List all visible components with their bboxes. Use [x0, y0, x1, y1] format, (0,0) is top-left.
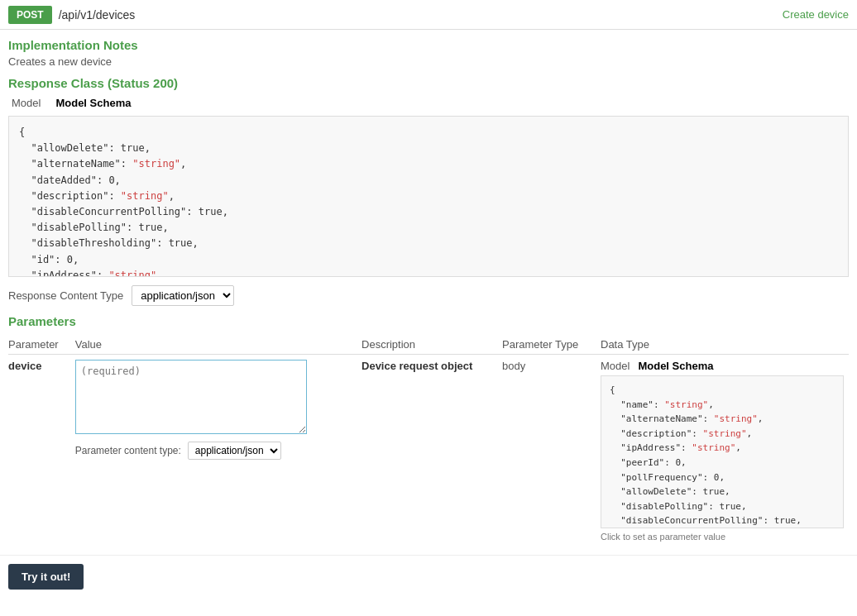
schema-line: "description": "string", [610, 427, 835, 442]
json-line-open: { [19, 125, 838, 141]
param-data-type-cell: Model Model Schema { "name": "string", "… [601, 355, 849, 547]
implementation-notes-title: Implementation Notes [8, 38, 849, 52]
schema-line: "disableConcurrentPolling": true, [610, 513, 835, 528]
json-line: "dateAdded": 0, [19, 173, 838, 189]
endpoint-path: /api/v1/devices [59, 8, 136, 21]
param-value-textarea[interactable] [75, 360, 307, 434]
implementation-notes-description: Creates a new device [8, 55, 849, 68]
method-badge: POST [8, 6, 52, 24]
schema-line: "disablePolling": true, [610, 499, 835, 514]
param-name: device [8, 355, 75, 547]
col-parameter: Parameter [8, 335, 75, 355]
param-content-type-label: Parameter content type: [75, 445, 181, 456]
create-device-link[interactable]: Create device [783, 8, 849, 21]
tab-model-schema[interactable]: Model Schema [52, 95, 134, 111]
param-value-cell: Parameter content type: application/json… [75, 355, 361, 547]
tab-data-schema[interactable]: Model Schema [638, 360, 713, 372]
click-hint: Click to set as parameter value [601, 532, 844, 542]
header-bar: POST /api/v1/devices Create device [0, 0, 857, 30]
parameters-table: Parameter Value Description Parameter Ty… [8, 335, 849, 547]
json-line: "disablePolling": true, [19, 220, 838, 236]
json-line: "description": "string", [19, 189, 838, 204]
json-line: "alternateName": "string", [19, 156, 838, 172]
schema-line-open: { [610, 383, 835, 398]
try-it-out-button[interactable]: Try it out! [8, 564, 84, 590]
param-content-type-row: Parameter content type: application/json… [75, 442, 357, 460]
param-description: Device request object [361, 355, 502, 547]
schema-block[interactable]: { "name": "string", "alternateName": "st… [601, 375, 844, 528]
param-content-type-select[interactable]: application/json application/xml [188, 442, 281, 460]
json-line: "disableThresholding": true, [19, 236, 838, 251]
json-line: "allowDelete": true, [19, 141, 838, 156]
content-type-select[interactable]: application/json application/xml text/pl… [132, 285, 234, 306]
footer-bar: Try it out! [0, 555, 857, 598]
col-value: Value [75, 335, 361, 355]
col-param-type: Parameter Type [502, 335, 601, 355]
params-table-header: Parameter Value Description Parameter Ty… [8, 335, 849, 355]
json-line: "disableConcurrentPolling": true, [19, 204, 838, 220]
json-line: "id": 0, [19, 252, 838, 268]
tab-data-model[interactable]: Model [601, 360, 630, 372]
response-class-title: Response Class (Status 200) [8, 76, 849, 90]
response-class-section: Response Class (Status 200) Model Model … [8, 76, 849, 277]
main-content: Implementation Notes Creates a new devic… [0, 30, 857, 555]
table-row: device Parameter content type: applicati… [8, 355, 849, 547]
json-line: "ipAddress": "string", [19, 268, 838, 277]
tab-model[interactable]: Model [8, 95, 44, 111]
content-type-row: Response Content Type application/json a… [8, 285, 849, 306]
schema-line: "allowDelete": true, [610, 485, 835, 499]
parameters-section: Parameters Parameter Value Description P… [8, 314, 849, 547]
col-data-type: Data Type [601, 335, 849, 355]
response-json-block: { "allowDelete": true, "alternateName": … [8, 116, 849, 277]
schema-line: "ipAddress": "string", [610, 441, 835, 456]
schema-line: "peerId": 0, [610, 456, 835, 470]
param-type: body [502, 355, 601, 547]
data-type-tabs: Model Model Schema [601, 360, 844, 372]
response-model-tabs: Model Model Schema [8, 95, 849, 111]
col-description: Description [361, 335, 502, 355]
schema-line: "alternateName": "string", [610, 412, 835, 427]
implementation-notes-section: Implementation Notes Creates a new devic… [8, 38, 849, 68]
parameters-title: Parameters [8, 314, 849, 328]
content-type-label: Response Content Type [8, 289, 123, 302]
schema-line: "pollFrequency": 0, [610, 470, 835, 485]
schema-line: "name": "string", [610, 398, 835, 413]
header-left: POST /api/v1/devices [8, 6, 135, 24]
